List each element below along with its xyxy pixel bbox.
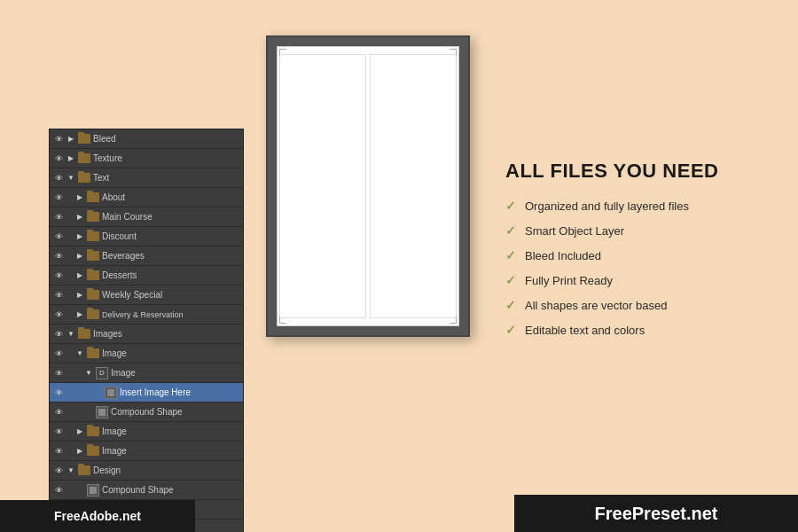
corner-bl [279, 317, 286, 324]
feature-item-2: ✓ Smart Object Layer [505, 223, 754, 238]
eye-icon[interactable]: 👁 [53, 387, 64, 398]
layer-row[interactable]: 👁 ▶ Desserts [50, 266, 243, 286]
layer-row[interactable]: 👁 ▶ Beverages [50, 246, 243, 266]
eye-icon[interactable]: 👁 [53, 134, 64, 145]
eye-icon[interactable]: 👁 [53, 192, 64, 203]
folder-icon [87, 270, 99, 280]
folder-icon [78, 466, 90, 475]
eye-icon[interactable]: 👁 [53, 466, 64, 476]
arrow-icon: ▼ [75, 349, 84, 358]
arrow-icon: ▶ [75, 271, 84, 280]
folder-icon [78, 134, 90, 144]
arrow-icon: ▶ [66, 135, 75, 144]
doc-column-left [279, 54, 366, 318]
eye-icon[interactable]: 👁 [53, 290, 64, 301]
arrow-icon: ▼ [84, 369, 93, 378]
check-icon-6: ✓ [505, 323, 516, 337]
arrow-icon: ▼ [66, 330, 75, 339]
layer-name: Images [93, 329, 122, 339]
layer-row[interactable]: 👁 ▼ Text [50, 168, 243, 188]
folder-icon [87, 231, 99, 241]
arrow-icon: ▶ [75, 193, 84, 202]
feature-text-2: Smart Object Layer [525, 224, 624, 238]
feature-item-1: ✓ Organized and fully layered files [505, 199, 754, 213]
arrow-icon: ▶ [75, 232, 84, 241]
banner-left-text: FreeAdobe.net [54, 509, 141, 523]
layer-name: Insert Image Here [120, 387, 191, 397]
layer-name: Main Course [102, 212, 153, 222]
layer-row[interactable]: 👁 ▶ Discount [50, 227, 243, 246]
eye-icon[interactable]: 👁 [53, 173, 64, 184]
folder-icon [87, 212, 99, 222]
layer-row[interactable]: 👁 Compound Shape [50, 403, 243, 422]
folder-icon [87, 192, 99, 202]
document-inner [277, 46, 459, 326]
layer-row[interactable]: 👁 Compound Shape [50, 481, 243, 500]
layer-name: Beverages [102, 251, 145, 261]
layer-row[interactable]: 👁 ▶ About [50, 188, 243, 207]
eye-icon[interactable]: 👁 [53, 153, 64, 164]
layer-name: Delivery & Reservation [102, 310, 184, 319]
eye-icon[interactable]: 👁 [53, 270, 64, 281]
layer-row[interactable]: 👁 ▶ Bleed [50, 129, 243, 149]
layer-name: Bleed [93, 134, 116, 144]
arrow-icon: ▶ [66, 154, 75, 163]
eye-icon[interactable]: 👁 [53, 485, 64, 496]
check-icon-4: ✓ [505, 273, 516, 287]
layer-row[interactable]: 👁 ▶ Delivery & Reservation [50, 305, 243, 325]
layer-name: Image [102, 426, 127, 436]
arrow-icon [75, 486, 84, 495]
layer-name: Desserts [102, 270, 137, 280]
banner-right: FreePreset.net [514, 495, 798, 532]
eye-icon[interactable]: 👁 [53, 309, 64, 320]
check-icon-1: ✓ [505, 199, 516, 213]
feature-text-3: Bleed Included [525, 249, 601, 262]
layer-thumb [105, 387, 117, 399]
layer-row[interactable]: 👁 ▼ Image [50, 344, 243, 364]
eye-icon[interactable]: 👁 [53, 446, 64, 457]
layer-row[interactable]: 👁 ▶ Image [50, 422, 243, 442]
eye-icon[interactable]: 👁 [53, 231, 64, 242]
feature-text-1: Organized and fully layered files [525, 200, 689, 213]
layer-row[interactable]: 👁 ▶ Image [50, 442, 243, 461]
eye-icon[interactable]: 👁 [53, 348, 64, 359]
eye-icon[interactable]: 👁 [53, 329, 64, 340]
feature-item-4: ✓ Fully Print Ready [505, 273, 754, 287]
layer-row-highlighted[interactable]: 👁 Insert Image Here [50, 383, 243, 403]
eye-icon[interactable]: 👁 [53, 251, 64, 262]
banner-right-text: FreePreset.net [595, 504, 718, 524]
folder-icon [87, 309, 99, 319]
layer-name: Image [111, 368, 136, 378]
layer-row[interactable]: 👁 ▼ Images [50, 325, 243, 344]
arrow-icon [93, 388, 102, 397]
arrow-icon: ▶ [75, 310, 84, 319]
feature-text-5: All shapes are vector based [525, 299, 667, 312]
layer-name: Compound Shape [111, 407, 183, 417]
layer-name: Weekly Special [102, 290, 162, 300]
eye-icon[interactable]: 👁 [53, 368, 64, 379]
corner-tr [450, 49, 457, 56]
eye-icon[interactable]: 👁 [53, 407, 64, 418]
eye-icon[interactable]: 👁 [53, 212, 64, 223]
feature-item-5: ✓ All shapes are vector based [505, 298, 754, 312]
corner-tl [279, 49, 286, 56]
layer-row[interactable]: 👁 ▼ Design [50, 461, 243, 481]
folder-icon [87, 290, 99, 300]
layer-row[interactable]: 👁 ▼ D Image [50, 364, 243, 383]
layers-panel: 👁 ▶ Bleed 👁 ▶ Texture 👁 ▼ Text 👁 ▶ About… [49, 129, 244, 532]
arrow-icon: ▼ [66, 466, 75, 475]
arrow-icon: ▼ [66, 174, 75, 183]
feature-text-6: Editable text and colors [525, 324, 645, 337]
layer-name: Texture [93, 153, 122, 163]
layer-thumb [96, 406, 108, 419]
layer-name: Image [102, 348, 127, 358]
features-section: ALL FILES YOU NEED ✓ Organized and fully… [505, 160, 754, 348]
layer-row[interactable]: 👁 ▶ Texture [50, 149, 243, 168]
eye-icon[interactable]: 👁 [53, 426, 64, 437]
folder-icon [87, 348, 99, 358]
layer-name: About [102, 192, 125, 202]
layer-name: Compound Shape [102, 485, 174, 495]
layer-row[interactable]: 👁 ▶ Weekly Special [50, 286, 243, 305]
layer-row[interactable]: 👁 ▶ Main Course [50, 207, 243, 227]
layer-name: Image [102, 446, 127, 456]
